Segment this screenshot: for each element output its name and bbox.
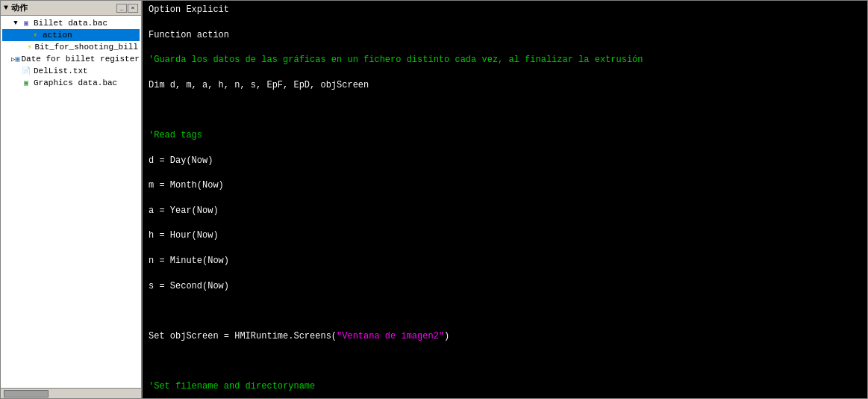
action-icon: ⚡	[29, 30, 41, 40]
tree-item-label: Graphics data.bac	[34, 78, 117, 87]
code-line: 'Guarda los datos de las gráficas en un …	[149, 54, 861, 66]
list-icon: 📄	[20, 66, 32, 76]
tree-item-label: Date for billet register.b	[21, 55, 141, 64]
tree-item-date-billet[interactable]: ▷ ▣ Date for billet register.b	[2, 53, 140, 65]
code-line	[149, 104, 861, 117]
tree-panel: ▼ 动作 _ × ▼ ▣ Billet data.bac ⚡ action	[1, 1, 143, 398]
tree-title-label: 动作	[11, 2, 28, 13]
code-line: 'Set filename and directoryname	[149, 380, 861, 393]
code-line: m = Month(Now)	[149, 179, 861, 192]
code-line: d = Day(Now)	[149, 155, 861, 167]
tree-hscroll-thumb[interactable]	[4, 390, 49, 398]
code-line	[149, 305, 861, 318]
code-line	[149, 355, 861, 368]
tree-controls: _ ×	[116, 4, 138, 13]
tree-scrollbar-area	[1, 388, 141, 398]
tree-item-label: Bit_for_shooting_bill	[34, 43, 138, 52]
minimize-btn[interactable]: _	[116, 4, 127, 13]
expand-icon: ▼	[11, 19, 20, 27]
tree-item-label: Billet data.bac	[34, 19, 107, 28]
tree-title: ▼ 动作	[4, 2, 28, 13]
tree-item-graphics[interactable]: ▣ Graphics data.bac	[2, 77, 140, 89]
main-window: ▼ 动作 _ × ▼ ▣ Billet data.bac ⚡ action	[0, 0, 868, 399]
tree-item-dellist[interactable]: 📄 DelList.txt	[2, 65, 140, 77]
graphics-icon: ▣	[20, 78, 32, 88]
tree-item-billet-data[interactable]: ▼ ▣ Billet data.bac	[2, 17, 140, 29]
code-line: Dim d, m, a, h, n, s, EpF, EpD, objScree…	[149, 79, 861, 92]
tree-item-label: action	[43, 31, 72, 40]
action-icon: ⚡	[25, 42, 33, 52]
code-line: h = Hour(Now)	[149, 229, 861, 242]
tree-item-label: DelList.txt	[34, 66, 88, 75]
tree-icon-expand: ▼	[4, 4, 8, 12]
code-line: Option Explicit	[149, 4, 861, 16]
date-icon: ▣	[15, 54, 19, 64]
tree-header: ▼ 动作 _ ×	[1, 1, 141, 16]
code-line: n = Minute(Now)	[149, 255, 861, 267]
tree-item-action[interactable]: ⚡ action	[2, 29, 140, 41]
code-line: s = Second(Now)	[149, 280, 861, 293]
file-icon: ▣	[20, 18, 32, 28]
code-line: Set objScreen = HMIRuntime.Screens("Vent…	[149, 330, 861, 343]
tree-item-bit-for-shooting[interactable]: ⚡ Bit_for_shooting_bill	[2, 41, 140, 53]
tree-content: ▼ ▣ Billet data.bac ⚡ action ⚡ Bit_for_s…	[1, 16, 141, 388]
code-line: 'Read tags	[149, 129, 861, 142]
code-line: a = Year(Now)	[149, 205, 861, 217]
code-editor[interactable]: Option Explicit Function action 'Guarda …	[143, 1, 867, 398]
code-panel: Option Explicit Function action 'Guarda …	[143, 1, 867, 398]
close-btn[interactable]: ×	[128, 4, 138, 13]
code-line: Function action	[149, 29, 861, 42]
